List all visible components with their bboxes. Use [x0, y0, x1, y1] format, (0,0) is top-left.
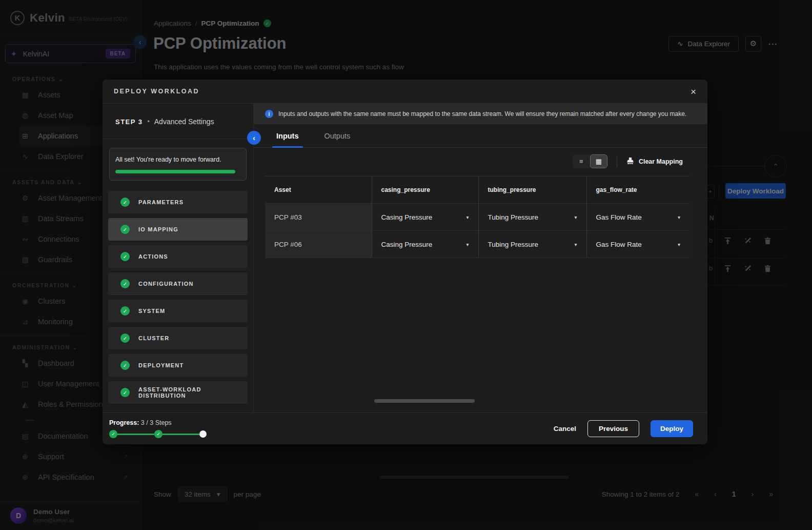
checklist-item-io-mapping[interactable]: ✓IO MAPPING — [108, 218, 248, 241]
panel-collapse-button[interactable]: ‹ — [247, 131, 261, 145]
io-mapping-panel: i Inputs and outputs with the same name … — [254, 104, 707, 413]
deploy-workload-modal: DEPLOY WORKLOAD × STEP 3 • Advanced Sett… — [103, 80, 707, 444]
modal-steps-panel: STEP 3 • Advanced Settings All set! You'… — [103, 104, 254, 413]
column-header-gas-flow-rate: gas_flow_rate — [586, 176, 689, 204]
list-view-icon: ≡ — [579, 158, 583, 165]
checklist-item-system[interactable]: ✓SYSTEM — [108, 300, 248, 322]
deploy-button[interactable]: Deploy — [651, 420, 693, 437]
table-header-row: Asset casing_pressure tubing_pressure ga… — [265, 176, 689, 204]
settings-checklist: ✓PARAMETERS ✓IO MAPPING ✓ACTIONS ✓CONFIG… — [103, 191, 253, 408]
chevron-left-icon: ‹ — [253, 134, 255, 142]
info-banner: i Inputs and outputs with the same name … — [254, 104, 707, 124]
check-circle-icon: ✓ — [120, 306, 130, 316]
step-complete-icon: ✓ — [154, 430, 163, 438]
table-row: PCP #03 Casing Pressure▾ Tubing Pressure… — [265, 204, 689, 231]
caret-down-icon: ▾ — [574, 242, 577, 247]
status-card: All set! You're ready to move forward. — [109, 148, 247, 181]
clear-mapping-button[interactable]: Clear Mapping — [626, 157, 683, 166]
step-connector — [163, 434, 199, 435]
tubing-pressure-dropdown[interactable]: Tubing Pressure▾ — [488, 241, 577, 248]
io-mapping-table: Asset casing_pressure tubing_pressure ga… — [265, 176, 689, 258]
checklist-item-cluster[interactable]: ✓CLUSTER — [108, 327, 248, 349]
close-icon[interactable]: × — [691, 87, 696, 96]
gas-flow-rate-dropdown[interactable]: Gas Flow Rate▾ — [596, 213, 681, 221]
column-header-tubing-pressure: tubing_pressure — [478, 176, 586, 204]
modal-footer: Progress: 3 / 3 Steps ✓ ✓ Cancel Previou… — [103, 413, 707, 444]
view-toggle: ≡ ▦ — [573, 154, 607, 168]
info-banner-text: Inputs and outputs with the same name mu… — [278, 110, 686, 117]
caret-down-icon: ▾ — [678, 242, 680, 247]
io-toolbar: ≡ ▦ Clear Mapping — [254, 148, 707, 168]
check-circle-icon: ✓ — [120, 198, 130, 207]
check-circle-icon: ✓ — [120, 388, 130, 397]
io-tabs: Inputs Outputs — [254, 124, 707, 148]
caret-down-icon: ▾ — [678, 214, 680, 220]
gas-flow-rate-dropdown[interactable]: Gas Flow Rate▾ — [596, 241, 681, 248]
horizontal-scrollbar[interactable] — [374, 399, 475, 403]
asset-cell: PCP #03 — [265, 204, 372, 231]
step-current-icon — [199, 430, 207, 438]
tubing-pressure-dropdown[interactable]: Tubing Pressure▾ — [488, 213, 577, 221]
tab-inputs[interactable]: Inputs — [274, 124, 301, 147]
list-view-button[interactable]: ≡ — [573, 154, 590, 168]
caret-down-icon: ▾ — [466, 242, 469, 247]
checklist-item-asset-workload-distribution[interactable]: ✓ASSET-WORKLOAD DISTRIBUTION — [108, 381, 248, 404]
caret-down-icon: ▾ — [574, 214, 577, 220]
column-header-casing-pressure: casing_pressure — [372, 176, 478, 204]
check-circle-icon: ✓ — [120, 225, 130, 234]
step-indicator: STEP 3 • Advanced Settings — [103, 104, 253, 139]
step-complete-icon: ✓ — [109, 430, 117, 438]
step-name: Advanced Settings — [154, 117, 214, 126]
divider — [617, 156, 617, 167]
checklist-item-deployment[interactable]: ✓DEPLOYMENT — [108, 354, 248, 377]
status-progress-bar — [115, 170, 235, 173]
info-icon: i — [265, 110, 273, 118]
progress-stepper: ✓ ✓ — [109, 430, 207, 438]
step-connector — [117, 434, 154, 435]
checklist-item-parameters[interactable]: ✓PARAMETERS — [108, 191, 248, 213]
table-row: PCP #06 Casing Pressure▾ Tubing Pressure… — [265, 231, 689, 258]
previous-button[interactable]: Previous — [587, 420, 639, 437]
grid-view-icon: ▦ — [596, 158, 602, 165]
broom-icon — [626, 157, 634, 166]
progress-label: Progress: 3 / 3 Steps — [109, 419, 207, 426]
asset-cell: PCP #06 — [265, 231, 372, 258]
grid-view-button[interactable]: ▦ — [590, 154, 607, 168]
app-root: K Kelvin BETA Environment (DEV) ✦ Kelvin… — [0, 0, 812, 530]
check-circle-icon: ✓ — [120, 333, 130, 343]
checklist-item-configuration[interactable]: ✓CONFIGURATION — [108, 272, 248, 295]
check-circle-icon: ✓ — [120, 252, 130, 261]
check-circle-icon: ✓ — [120, 279, 130, 288]
cancel-button[interactable]: Cancel — [554, 425, 576, 433]
check-circle-icon: ✓ — [120, 361, 130, 370]
status-message: All set! You're ready to move forward. — [115, 156, 240, 163]
modal-header: DEPLOY WORKLOAD × — [103, 80, 707, 104]
casing-pressure-dropdown[interactable]: Casing Pressure▾ — [381, 213, 469, 221]
column-header-asset: Asset — [265, 176, 372, 204]
casing-pressure-dropdown[interactable]: Casing Pressure▾ — [381, 241, 469, 248]
modal-title: DEPLOY WORKLOAD — [114, 88, 199, 95]
tab-outputs[interactable]: Outputs — [322, 124, 353, 147]
checklist-item-actions[interactable]: ✓ACTIONS — [108, 245, 248, 268]
caret-down-icon: ▾ — [466, 214, 469, 220]
